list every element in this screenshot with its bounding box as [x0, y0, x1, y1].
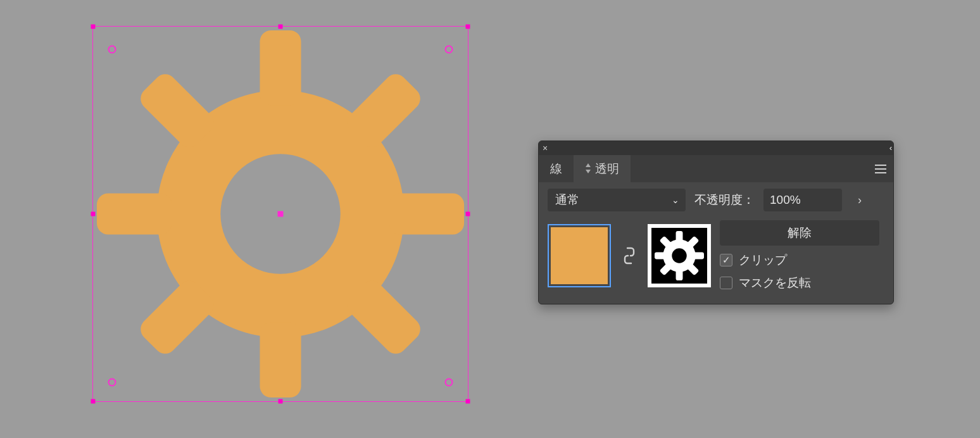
svg-rect-4 [389, 193, 464, 234]
opacity-stepper-icon[interactable]: › [851, 189, 869, 211]
svg-rect-2 [260, 323, 301, 397]
tab-stroke[interactable]: 線 [539, 155, 574, 182]
svg-rect-1 [260, 30, 301, 105]
panel-close-icon[interactable]: × [543, 143, 548, 153]
clip-checkbox[interactable]: ✓ [720, 254, 732, 266]
opacity-label: 不透明度： [694, 192, 755, 208]
svg-rect-14 [693, 253, 704, 260]
reference-point[interactable] [445, 379, 453, 387]
release-mask-button[interactable]: 解除 [720, 220, 879, 246]
panel-titlebar[interactable]: × ‹‹ [539, 141, 893, 155]
blend-opacity-row: 通常 ⌄ 不透明度： 100% › [539, 182, 893, 220]
opacity-value: 100% [770, 193, 801, 207]
hamburger-icon [875, 165, 886, 173]
invert-mask-checkbox-row[interactable]: マスクを反転 [720, 275, 884, 291]
clip-checkbox-row[interactable]: ✓ クリップ [720, 252, 884, 268]
link-icon [622, 246, 636, 265]
svg-rect-11 [676, 231, 683, 242]
selection-handle[interactable] [91, 399, 96, 404]
svg-point-19 [672, 248, 686, 263]
panel-tabs: 線 透明 [539, 155, 893, 182]
blend-mode-select[interactable]: 通常 ⌄ [548, 189, 686, 211]
svg-rect-3 [97, 193, 172, 234]
selection-handle[interactable] [279, 399, 283, 404]
selection-center[interactable] [278, 211, 284, 217]
panel-flyout-menu[interactable] [868, 155, 893, 182]
selection-handle[interactable] [466, 25, 470, 29]
invert-mask-checkbox[interactable] [720, 277, 732, 289]
transparency-panel: × ‹‹ 線 透明 通常 ⌄ 不透明度： 100% › [538, 141, 894, 304]
chevron-down-icon: ⌄ [672, 195, 679, 205]
selection-handle[interactable] [466, 212, 470, 216]
sort-icon [585, 163, 591, 175]
tab-label: 線 [550, 161, 562, 177]
tab-label: 透明 [595, 161, 619, 177]
svg-rect-12 [676, 270, 683, 280]
mask-options: 解除 ✓ クリップ マスクを反転 [720, 220, 884, 291]
blend-mode-value: 通常 [555, 192, 579, 208]
reference-point[interactable] [108, 45, 116, 53]
opacity-input[interactable]: 100% [763, 189, 842, 211]
link-mask-toggle[interactable] [620, 246, 639, 265]
checkbox-label: クリップ [739, 252, 787, 268]
fill-swatch[interactable] [548, 224, 611, 287]
selection-handle[interactable] [466, 399, 470, 404]
artboard-selection[interactable] [92, 26, 468, 402]
selection-handle[interactable] [279, 25, 283, 29]
checkbox-label: マスクを反転 [739, 275, 811, 291]
button-label: 解除 [788, 225, 812, 241]
svg-rect-13 [655, 253, 665, 260]
mask-row: 解除 ✓ クリップ マスクを反転 [539, 220, 893, 304]
selection-handle[interactable] [91, 25, 96, 29]
reference-point[interactable] [108, 379, 116, 387]
reference-point[interactable] [445, 45, 453, 53]
selection-handle[interactable] [91, 212, 96, 216]
gear-mask-icon [655, 231, 704, 280]
tab-transparency[interactable]: 透明 [574, 155, 631, 182]
mask-swatch[interactable] [648, 224, 711, 287]
